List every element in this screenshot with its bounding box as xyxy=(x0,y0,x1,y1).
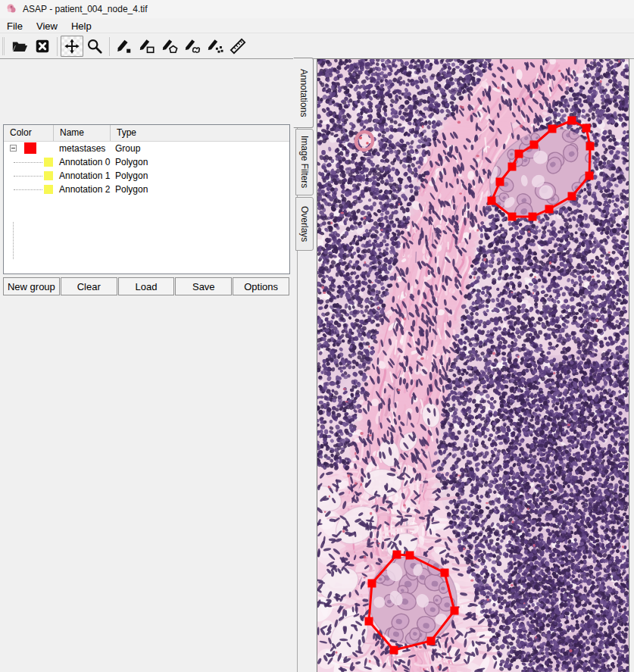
toolbar-separator xyxy=(109,37,110,56)
tree-connector xyxy=(14,189,42,190)
pan-arrows-icon xyxy=(64,38,80,55)
vertex-handle[interactable] xyxy=(530,141,539,149)
tree-row-annotation[interactable]: Annotation 2 Polygon xyxy=(4,183,289,196)
open-image-button[interactable] xyxy=(8,36,31,57)
table-header: Color Name Type xyxy=(4,125,289,142)
annotation-name[interactable]: Annotation 2 xyxy=(59,184,110,195)
tree-connector xyxy=(14,176,42,177)
vertex-handle[interactable] xyxy=(368,580,376,588)
panel-button-row: New group Clear Load Save Options xyxy=(3,277,289,295)
collapse-expander-icon[interactable] xyxy=(10,145,17,152)
column-header-type[interactable]: Type xyxy=(111,125,289,141)
vertex-handle[interactable] xyxy=(427,637,436,645)
folder-open-icon xyxy=(11,38,28,55)
menu-help[interactable]: Help xyxy=(64,18,98,33)
tab-overlays[interactable]: Overlays xyxy=(295,197,314,251)
title-bar: ASAP - patient_004_node_4.tif xyxy=(0,0,634,18)
point-annotation-button[interactable] xyxy=(113,36,136,57)
options-button[interactable]: Options xyxy=(233,277,289,295)
vertex-handle[interactable] xyxy=(515,150,523,158)
vertex-handle[interactable] xyxy=(545,205,554,214)
vertex-handle[interactable] xyxy=(393,551,401,559)
vertex-handle[interactable] xyxy=(548,125,557,133)
vertex-handle[interactable] xyxy=(390,646,398,655)
save-button[interactable]: Save xyxy=(175,277,232,295)
toolbar-grip[interactable] xyxy=(2,37,5,55)
pen-pointset-icon xyxy=(207,38,223,55)
group-name[interactable]: metastases xyxy=(59,143,105,154)
annotation-name[interactable]: Annotation 1 xyxy=(59,170,110,181)
annotation-color-swatch[interactable] xyxy=(44,158,53,167)
viewer-right-margin xyxy=(629,59,634,672)
annotation-name[interactable]: Annotation 0 xyxy=(59,157,110,167)
load-button[interactable]: Load xyxy=(118,277,175,295)
close-image-button[interactable] xyxy=(31,36,54,57)
asap-window: { "window": { "title": "ASAP - patient_0… xyxy=(0,0,634,672)
magnifier-icon xyxy=(86,38,103,55)
vertex-handle[interactable] xyxy=(586,142,595,151)
vertex-handle[interactable] xyxy=(451,607,459,615)
tree-connector xyxy=(14,162,42,163)
vertex-handle[interactable] xyxy=(582,124,591,133)
rectangle-annotation-button[interactable] xyxy=(136,36,158,57)
close-image-icon xyxy=(34,38,51,55)
vertex-handle[interactable] xyxy=(508,163,517,171)
annotation-type: Polygon xyxy=(115,157,148,167)
polygon-annotation-button[interactable] xyxy=(158,36,181,57)
pan-tool-button[interactable] xyxy=(61,36,83,57)
group-color-swatch[interactable] xyxy=(24,142,36,154)
pointset-annotation-button[interactable] xyxy=(204,36,226,57)
annotation-polygon[interactable] xyxy=(492,120,590,217)
menu-bar: File View Help xyxy=(0,18,634,33)
pen-point-icon xyxy=(116,38,133,55)
menu-file[interactable]: File xyxy=(0,18,30,33)
zoom-tool-button[interactable] xyxy=(83,36,106,57)
annotation-color-swatch[interactable] xyxy=(44,171,53,180)
column-header-name[interactable]: Name xyxy=(54,125,111,141)
tree-row-group[interactable]: metastases Group xyxy=(4,142,289,155)
toolbar xyxy=(0,34,634,58)
group-type: Group xyxy=(115,143,140,154)
window-title: ASAP - patient_004_node_4.tif xyxy=(23,4,148,14)
app-icon xyxy=(5,3,17,15)
tab-image-filters[interactable]: Image Filters xyxy=(295,129,314,195)
vertex-handle[interactable] xyxy=(568,192,576,201)
tab-annotations[interactable]: Annotations xyxy=(293,58,314,128)
annotation-overlay[interactable] xyxy=(317,59,629,672)
ruler-icon xyxy=(230,38,246,55)
pen-polygon-icon xyxy=(161,38,178,55)
new-group-button[interactable]: New group xyxy=(3,277,60,295)
vertex-handle[interactable] xyxy=(441,569,449,577)
tree-row-annotation[interactable]: Annotation 0 Polygon xyxy=(4,155,289,169)
annotation-color-swatch[interactable] xyxy=(44,185,53,194)
vertex-handle[interactable] xyxy=(365,617,373,626)
tree-row-annotation[interactable]: Annotation 1 Polygon xyxy=(4,169,289,183)
vertex-handle[interactable] xyxy=(568,117,576,125)
annotation-type: Polygon xyxy=(115,184,148,195)
annotation-tree-table[interactable]: Color Name Type metastases Group Annotat… xyxy=(3,124,290,274)
slide-viewer[interactable] xyxy=(317,58,629,672)
annotations-dock-panel: Color Name Type metastases Group Annotat… xyxy=(0,59,297,672)
spline-annotation-button[interactable] xyxy=(181,36,204,57)
pen-rectangle-icon xyxy=(139,38,155,55)
column-header-color[interactable]: Color xyxy=(4,125,54,141)
vertex-handle[interactable] xyxy=(496,178,504,186)
menu-view[interactable]: View xyxy=(30,18,64,33)
vertex-handle[interactable] xyxy=(529,213,537,221)
clear-button[interactable]: Clear xyxy=(61,277,117,295)
annotation-type: Polygon xyxy=(115,170,148,181)
vertex-handle[interactable] xyxy=(406,552,414,560)
tree-connector xyxy=(13,222,14,259)
vertex-handle[interactable] xyxy=(586,172,594,180)
vertex-handle[interactable] xyxy=(488,197,496,205)
vertex-handle[interactable] xyxy=(508,213,517,221)
pen-spline-icon xyxy=(184,38,201,55)
measure-tool-button[interactable] xyxy=(226,36,249,57)
toolbar-separator xyxy=(57,37,58,56)
